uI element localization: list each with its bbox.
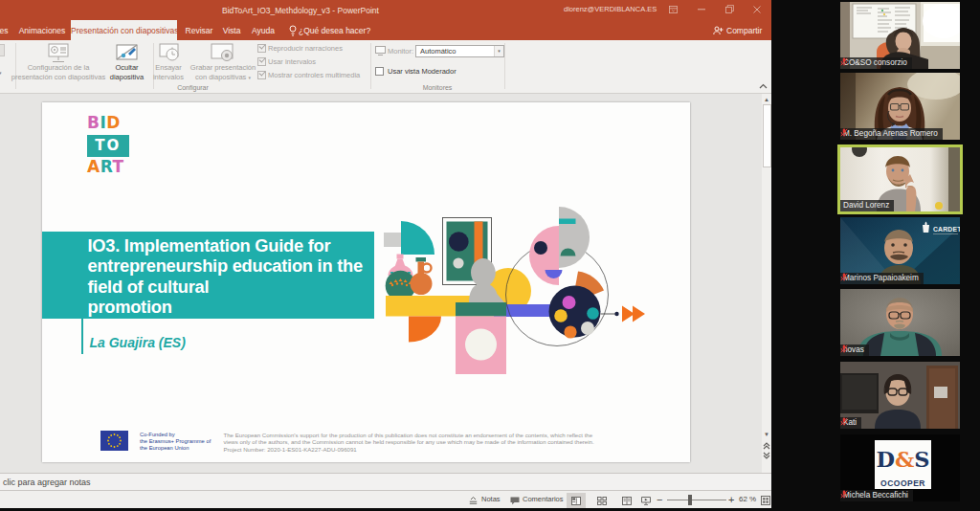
checkbox-media-controls[interactable]	[257, 71, 266, 79]
slide-editing-pane: BID TO ART IO3. Implementation Guide for…	[0, 94, 771, 473]
participant-name: Michela Beccafichi	[843, 490, 908, 501]
normal-view-icon	[571, 497, 581, 505]
slide-canvas[interactable]: BID TO ART IO3. Implementation Guide for…	[42, 102, 690, 462]
collapse-ribbon-chevron[interactable]	[759, 83, 768, 89]
ds-logo-text: D&S	[875, 442, 931, 477]
view-reading-button[interactable]	[617, 493, 636, 508]
zoom-level[interactable]: 62 %	[739, 491, 756, 508]
checkbox-presenter-view[interactable]	[375, 67, 384, 76]
record-dropdown-arrow-icon: ▾	[248, 75, 251, 80]
participant-label: CO&SO consorzio	[840, 57, 912, 69]
tab-view[interactable]: Vista	[219, 20, 244, 40]
group-label-monitors: Monitores	[370, 84, 504, 91]
setup-slideshow-icon[interactable]	[42, 43, 75, 63]
hide-slide-icon[interactable]	[116, 43, 138, 63]
slide-title-line1: IO3. Implementation Guide for	[88, 235, 331, 256]
view-slide-sorter-button[interactable]	[592, 493, 612, 508]
notes-toggle-button[interactable]: Notas	[481, 491, 501, 508]
ds-letter-amp: &	[895, 447, 914, 472]
view-slideshow-button[interactable]	[636, 493, 656, 508]
cofund-line1: Co-Funded by	[140, 432, 175, 438]
video-tile-marinos[interactable]: CARDET Marinos Papaioakeim	[840, 217, 960, 284]
slide-sorter-icon	[597, 497, 607, 505]
zoom-in-button[interactable]: +	[728, 491, 734, 508]
rehearse-label2[interactable]: intervalos	[149, 73, 188, 82]
record-label2-text: con diapositivas	[195, 73, 246, 81]
tab-animations[interactable]: Animaciones	[16, 20, 68, 40]
scroll-up-arrow[interactable]: ▲	[762, 95, 771, 104]
record-label2[interactable]: con diapositivas ▾	[189, 73, 257, 83]
participant-label: Kati	[840, 417, 861, 429]
restore-button[interactable]	[725, 5, 734, 13]
zoom-slider-track[interactable]	[667, 500, 726, 500]
logo-word-to: TO	[95, 137, 121, 154]
zoom-slider-thumb[interactable]	[688, 495, 692, 505]
tab-slideshow-active[interactable]: Presentación con diapositivas	[71, 20, 177, 40]
participant-name: CO&SO consorzio	[843, 57, 907, 69]
previous-slide-button[interactable]	[763, 441, 770, 450]
video-tile-novas[interactable]: novas	[840, 289, 960, 356]
comments-toggle-button[interactable]: Comentarios	[523, 491, 564, 508]
disclaimer-line3: Project Number: 2020-1-ES01-KA227-ADU-09…	[224, 446, 357, 454]
hide-slide-label2[interactable]: diapositiva	[103, 73, 150, 82]
setup-slideshow-label1[interactable]: Configuración de la	[8, 63, 109, 73]
muted-mic-icon	[840, 273, 848, 281]
participant-label: David Lorenz	[840, 200, 894, 211]
bidtoart-logo-row3: ART	[87, 159, 124, 175]
scrollbar-thumb[interactable]	[763, 104, 771, 167]
record-slideshow-icon[interactable]	[210, 43, 235, 63]
checkbox-media-controls-label[interactable]: Mostrar controles multimedia	[268, 71, 360, 79]
cofund-line2: the Erasmus+ Programme of	[140, 438, 211, 445]
scroll-down-arrow[interactable]: ▼	[762, 430, 771, 439]
video-tile-begona[interactable]: M. Begoña Arenas Romero	[840, 73, 960, 140]
checkbox-narrations-label[interactable]: Reproducir narraciones	[268, 44, 343, 53]
tab-help[interactable]: Ayuda	[248, 20, 278, 40]
close-button[interactable]	[753, 6, 761, 13]
ribbon-display-options-icon[interactable]	[669, 6, 678, 13]
hide-slide-label1[interactable]: Ocultar	[103, 63, 150, 73]
video-tile-kati[interactable]: Kati	[840, 362, 960, 429]
notes-pane[interactable]: clic para agregar notas	[0, 473, 771, 490]
monitor-dropdown-arrow[interactable]: ▾	[494, 46, 503, 56]
video-tile-michela[interactable]: D&S OCOOPER Michela Beccafichi	[840, 434, 960, 501]
participant-label: Michela Beccafichi	[840, 490, 913, 501]
video-tile-david-active[interactable]: David Lorenz	[840, 147, 960, 211]
slide-illustration	[379, 202, 666, 393]
minimize-button[interactable]	[698, 9, 705, 11]
tab-transitions-partial[interactable]: es	[0, 20, 10, 40]
cofund-line3: the European Union	[140, 445, 189, 452]
record-label1[interactable]: Grabar presentación	[189, 63, 257, 73]
participant-name: David Lorenz	[843, 200, 889, 211]
monitor-dropdown[interactable]: Automático ▾	[415, 45, 504, 57]
powerpoint-window: BidToArt_IO3_Methdology_v3 - PowerPoint …	[0, 0, 771, 508]
fit-slide-to-window-icon[interactable]	[761, 496, 770, 505]
slide-title-block[interactable]: IO3. Implementation Guide for entreprene…	[42, 232, 374, 319]
muted-mic-icon	[840, 344, 848, 353]
title-bar[interactable]: BidToArt_IO3_Methdology_v3 - PowerPoint …	[0, 0, 771, 20]
muted-mic-icon	[840, 490, 848, 499]
zoom-out-button[interactable]: −	[657, 491, 662, 508]
checkbox-timings-label[interactable]: Usar intervalos	[268, 57, 316, 66]
bidtoart-logo-row1: BID	[87, 115, 121, 131]
muted-mic-icon	[840, 128, 848, 137]
rehearse-label1[interactable]: Ensayar	[149, 63, 188, 73]
slide-subtitle[interactable]: La Guajira (ES)	[90, 335, 186, 350]
setup-slideshow-label2[interactable]: presentación con diapositivas	[8, 73, 109, 82]
next-slide-button[interactable]	[763, 452, 770, 460]
group-separator	[370, 43, 371, 89]
checkbox-timings[interactable]	[257, 57, 266, 66]
vertical-scrollbar[interactable]: ▲ ▼	[762, 94, 771, 473]
checkbox-narrations[interactable]	[257, 44, 266, 53]
disclaimer-line1: The European Commission's support for th…	[224, 432, 593, 439]
reading-view-icon	[622, 497, 632, 505]
notes-placeholder[interactable]: clic para agregar notas	[3, 474, 91, 491]
tell-me-box[interactable]: ¿Qué desea hacer?	[299, 20, 370, 40]
slide-title-line2: entrepreneurship education in the	[88, 256, 363, 277]
svg-text:CARDET: CARDET	[933, 226, 960, 233]
rehearse-timings-icon[interactable]	[159, 43, 181, 63]
view-normal-button[interactable]	[567, 493, 586, 508]
share-button[interactable]: Compartir	[726, 20, 762, 40]
checkbox-presenter-view-label[interactable]: Usar vista Moderador	[388, 67, 457, 76]
tab-review[interactable]: Revisar	[182, 20, 216, 40]
video-tile-coso[interactable]: CO&SO consorzio	[840, 2, 960, 69]
